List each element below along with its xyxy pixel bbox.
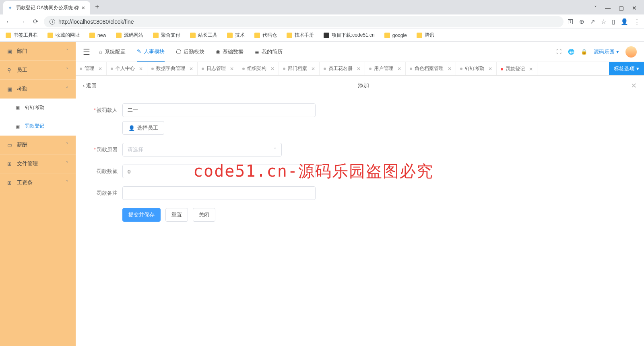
remark-input[interactable] xyxy=(122,186,316,200)
bookmark-item[interactable]: 技术 xyxy=(227,32,245,39)
label-remark: 罚款备注 xyxy=(85,186,118,197)
url-field[interactable]: i http://localhost:8080/clock/fine xyxy=(44,16,564,27)
tab-favicon-icon: ✦ xyxy=(8,5,14,11)
dot-icon xyxy=(80,68,82,70)
sidebar-item[interactable]: ⚲员工˅ xyxy=(0,61,76,80)
page-tab-active[interactable]: 罚款登记✕ xyxy=(497,62,537,75)
minimize-icon[interactable]: — xyxy=(605,5,611,11)
top-nav: ⌂系统配置✎人事模块🖵后勤模块◉基础数据≣我的简历 xyxy=(99,42,283,62)
tab-close-icon[interactable]: ✕ xyxy=(189,66,193,72)
sidebar-item[interactable]: ▣考勤˄ xyxy=(0,80,76,99)
tab-close-icon[interactable]: ✕ xyxy=(81,5,85,11)
page-tab[interactable]: 组织架构✕ xyxy=(238,62,279,75)
tab-close-icon[interactable]: ✕ xyxy=(311,66,315,72)
avatar[interactable] xyxy=(625,46,637,58)
bookmark-item[interactable]: 书签工具栏 xyxy=(6,32,38,39)
zoom-icon[interactable]: ⊕ xyxy=(579,18,584,25)
topnav-item[interactable]: ⌂系统配置 xyxy=(99,43,126,61)
bookmark-item[interactable]: new xyxy=(89,33,106,38)
close-button[interactable]: 关闭 xyxy=(193,208,215,222)
sidebar-subitem[interactable]: ▣钉钉考勤 xyxy=(0,99,76,117)
page-tab[interactable]: 角色档案管理✕ xyxy=(406,62,456,75)
close-window-icon[interactable]: ✕ xyxy=(632,5,637,11)
sidebar-subitem[interactable]: ▣罚款登记 xyxy=(0,117,76,136)
chevron-icon: ˅ xyxy=(66,180,68,185)
tab-title: 罚款登记 OA协同办公系统 @ xyxy=(16,4,79,11)
sidebar-item[interactable]: ⊞文件管理˅ xyxy=(0,154,76,173)
tab-close-icon[interactable]: ✕ xyxy=(448,66,452,72)
star-icon[interactable]: ☆ xyxy=(601,18,606,25)
sidebar-item[interactable]: ▭薪酬˅ xyxy=(0,136,76,154)
bookmark-item[interactable]: 腾讯 xyxy=(417,32,434,39)
bookmark-item[interactable]: 源码网站 xyxy=(116,32,143,39)
tab-close-icon[interactable]: ✕ xyxy=(139,66,143,72)
lock-icon[interactable]: 🔒 xyxy=(581,49,587,55)
topnav-icon: 🖵 xyxy=(176,49,181,55)
profile-icon[interactable]: 👤 xyxy=(621,18,628,25)
tab-close-icon[interactable]: ✕ xyxy=(529,66,533,72)
topnav-item[interactable]: 🖵后勤模块 xyxy=(176,43,204,61)
tab-options-button[interactable]: 标签选项▾ xyxy=(609,62,644,75)
page-tab[interactable]: 数据字典管理✕ xyxy=(147,62,198,75)
tab-close-icon[interactable]: ✕ xyxy=(488,66,492,72)
reload-button[interactable]: ⟳ xyxy=(31,16,40,27)
forward-button[interactable]: → xyxy=(18,16,27,27)
reason-select[interactable]: 请选择˅ xyxy=(122,143,282,157)
bookmark-item[interactable]: 聚合支付 xyxy=(153,32,180,39)
page-tab[interactable]: 个人中心✕ xyxy=(107,62,147,75)
reset-button[interactable]: 重置 xyxy=(165,208,188,222)
bookmark-item[interactable]: 项目下载:code51.cn xyxy=(324,32,375,39)
back-link[interactable]: ‹ 返回 xyxy=(83,82,97,89)
sidebar-icon: ⊞ xyxy=(7,161,13,167)
tab-close-icon[interactable]: ✕ xyxy=(98,66,102,72)
sidebar-item[interactable]: ⊞工资条˅ xyxy=(0,173,76,192)
tab-close-icon[interactable]: ✕ xyxy=(230,66,234,72)
new-tab-button[interactable]: + xyxy=(90,0,104,14)
menu-icon[interactable]: ⋮ xyxy=(634,18,640,25)
page-tab[interactable]: 日志管理✕ xyxy=(198,62,238,75)
bookmark-item[interactable]: 技术手册 xyxy=(287,32,314,39)
select-employee-button[interactable]: 👤选择员工 xyxy=(122,121,164,135)
back-button[interactable]: ← xyxy=(4,16,14,27)
maximize-icon[interactable]: ▢ xyxy=(619,5,624,11)
tab-close-icon[interactable]: ✕ xyxy=(270,66,275,72)
bookmark-item[interactable]: google xyxy=(384,33,407,38)
close-icon[interactable]: ✕ xyxy=(631,81,637,90)
bookmark-item[interactable]: 站长工具 xyxy=(190,32,217,39)
share-icon[interactable]: ↗ xyxy=(590,18,595,25)
chevron-icon: ˄ xyxy=(66,86,68,92)
penalized-person-input[interactable] xyxy=(122,103,316,117)
chevron-icon: ˅ xyxy=(66,161,68,167)
address-bar: ← → ⟳ i http://localhost:8080/clock/fine… xyxy=(0,14,644,29)
panel-icon[interactable]: ▯ xyxy=(612,18,615,25)
page-tab[interactable]: 管理✕ xyxy=(76,62,107,75)
folder-icon xyxy=(89,33,95,38)
browser-tab[interactable]: ✦ 罚款登记 OA协同办公系统 @ ✕ xyxy=(3,1,90,14)
submit-button[interactable]: 提交并保存 xyxy=(122,208,161,222)
bookmark-item[interactable]: 收藏的网址 xyxy=(47,32,80,39)
key-icon[interactable]: ⚿ xyxy=(568,18,574,25)
bookmark-item[interactable]: 代码仓 xyxy=(254,32,277,39)
globe-icon[interactable]: 🌐 xyxy=(568,49,574,55)
window-controls: ˅ — ▢ ✕ xyxy=(590,2,641,14)
chevron-down-icon: ˅ xyxy=(274,147,277,153)
user-menu[interactable]: 源码乐园 ▾ xyxy=(594,48,619,56)
fullscreen-icon[interactable]: ⛶ xyxy=(556,49,561,55)
topnav-item[interactable]: ◉基础数据 xyxy=(216,43,244,61)
tab-close-icon[interactable]: ✕ xyxy=(357,66,361,72)
page-tab[interactable]: 员工花名册✕ xyxy=(320,62,365,75)
sidebar-item[interactable]: ▣部门˅ xyxy=(0,42,76,61)
page-tab[interactable]: 用户管理✕ xyxy=(365,62,406,75)
menu-toggle-icon[interactable]: ☰ xyxy=(83,47,90,57)
topnav-item[interactable]: ✎人事模块 xyxy=(137,42,165,62)
tab-close-icon[interactable]: ✕ xyxy=(397,66,401,72)
window-dropdown-icon[interactable]: ˅ xyxy=(594,5,597,11)
top-bar: ☰ ⌂系统配置✎人事模块🖵后勤模块◉基础数据≣我的简历 ⛶ 🌐 🔒 源码乐园 ▾ xyxy=(76,42,644,62)
chevron-down-icon: ▾ xyxy=(636,66,639,72)
page-tab[interactable]: 钉钉考勤✕ xyxy=(456,62,497,75)
amount-input[interactable] xyxy=(122,165,316,178)
sidebar: ▣部门˅⚲员工˅▣考勤˄▣钉钉考勤▣罚款登记▭薪酬˅⊞文件管理˅⊞工资条˅ xyxy=(0,42,76,346)
page-tab[interactable]: 部门档案✕ xyxy=(279,62,320,75)
dot-icon xyxy=(324,68,326,70)
topnav-item[interactable]: ≣我的简历 xyxy=(255,43,283,61)
